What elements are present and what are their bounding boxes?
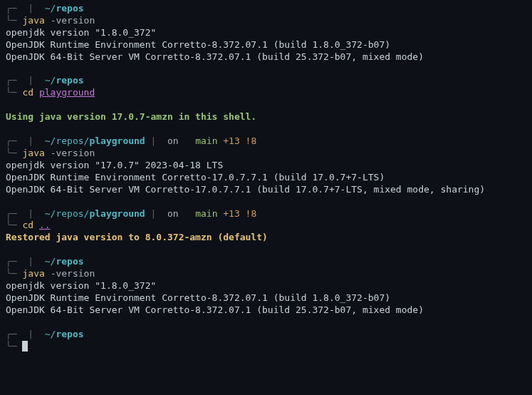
folder-icon: [39, 3, 45, 14]
output-line: openjdk version "17.0.7" 2023-04-18 LTS: [6, 160, 526, 172]
git-status: +13 !8: [217, 208, 256, 219]
pipe-sep: |: [145, 135, 162, 146]
pipe-sep: |: [22, 256, 38, 267]
terminal-block-1: ╭─ | ~/repos ╰─ java -version openjdk ve…: [6, 3, 526, 63]
prompt-cap-bot: ╰─: [6, 87, 17, 98]
sdkman-message-restore: Restored java version to 8.0.372-amzn (d…: [6, 232, 526, 244]
cmd-args: -version: [51, 148, 95, 158]
prompt-line-1-cmd[interactable]: ╰─ java -version: [6, 15, 526, 27]
prompt-line-5-cmd[interactable]: ╰─ java -version: [6, 268, 526, 280]
git-branch: main: [189, 135, 217, 146]
cmd-cd: cd: [22, 87, 33, 98]
prompt-line-4-cmd[interactable]: ╰─ cd ..: [6, 220, 526, 232]
prompt-cap-bot: ╰─: [6, 148, 17, 158]
prompt-cap-bot: ╰─: [6, 15, 17, 26]
path-leaf: playground: [89, 208, 145, 219]
prompt-cap-bot: ╰─: [6, 220, 17, 230]
folder-icon: [39, 208, 45, 219]
pipe-sep: |: [22, 329, 38, 339]
folder-icon: [39, 75, 45, 86]
output-line: OpenJDK Runtime Environment Corretto-8.3…: [6, 292, 526, 304]
prompt-cap-top: ╭─: [6, 329, 17, 339]
prompt-line-6-cmd[interactable]: ╰─: [6, 341, 526, 353]
prompt-cap-top: ╭─: [6, 135, 17, 146]
path-prefix: ~/repos/: [45, 135, 90, 146]
output-line: openjdk version "1.8.0_372": [6, 280, 526, 292]
prompt-cap-top: ╭─: [6, 3, 17, 14]
path-leaf: playground: [89, 135, 145, 146]
path-leaf: repos: [56, 256, 83, 267]
sdkman-message-enter: Using java version 17.0.7-amzn in this s…: [6, 111, 526, 123]
cmd-java: java: [22, 148, 44, 158]
terminal-block-4: ╭─ | ~/repos/playground | on main +13 !8…: [6, 208, 526, 232]
prompt-cap-top: ╭─: [6, 208, 17, 219]
pipe-sep: |: [22, 135, 38, 146]
terminal-block-3: ╭─ | ~/repos/playground | on main +13 !8…: [6, 135, 526, 195]
terminal-block-5: ╭─ | ~/repos ╰─ java -version openjdk ve…: [6, 256, 526, 316]
pipe-sep: |: [22, 208, 38, 219]
path-leaf: repos: [56, 3, 83, 14]
cmd-args: -version: [51, 268, 95, 279]
prompt-line-5-top: ╭─ | ~/repos: [6, 256, 526, 268]
path-leaf: repos: [56, 75, 83, 86]
pipe-sep: |: [22, 75, 38, 86]
path-tilde: ~/: [45, 3, 56, 14]
path-prefix: ~/repos/: [45, 208, 90, 219]
on-label: on: [162, 135, 184, 146]
cmd-args: -version: [51, 15, 95, 26]
terminal-block-active: ╭─ | ~/repos ╰─: [6, 329, 526, 353]
prompt-line-3-cmd[interactable]: ╰─ java -version: [6, 148, 526, 160]
cmd-java: java: [22, 268, 44, 279]
path-tilde: ~/: [45, 256, 56, 267]
prompt-cap-top: ╭─: [6, 75, 17, 86]
cd-target: ..: [39, 220, 51, 230]
prompt-line-6-top: ╭─ | ~/repos: [6, 329, 526, 341]
prompt-line-4-top: ╭─ | ~/repos/playground | on main +13 !8: [6, 208, 526, 220]
pipe-sep: |: [22, 3, 38, 14]
prompt-line-3-top: ╭─ | ~/repos/playground | on main +13 !8: [6, 135, 526, 148]
git-status: +13 !8: [217, 135, 256, 146]
folder-icon: [39, 329, 45, 339]
output-line: OpenJDK 64-Bit Server VM Corretto-8.372.…: [6, 51, 526, 63]
path-leaf: repos: [56, 329, 83, 339]
prompt-cap-bot: ╰─: [6, 341, 17, 352]
output-line: OpenJDK Runtime Environment Corretto-17.…: [6, 172, 526, 184]
output-line: OpenJDK 64-Bit Server VM Corretto-17.0.7…: [6, 184, 526, 196]
prompt-cap-top: ╭─: [6, 256, 17, 267]
path-tilde: ~/: [45, 75, 56, 86]
path-tilde: ~/: [45, 329, 56, 339]
cd-target: playground: [39, 87, 95, 98]
prompt-line-2-cmd[interactable]: ╰─ cd playground: [6, 87, 526, 99]
prompt-line-1-top: ╭─ | ~/repos: [6, 3, 526, 15]
on-label: on: [162, 208, 184, 219]
pipe-sep: |: [145, 208, 162, 219]
folder-icon: [39, 256, 45, 267]
cmd-java: java: [22, 15, 44, 26]
terminal-block-2: ╭─ | ~/repos ╰─ cd playground: [6, 75, 526, 99]
output-line: OpenJDK 64-Bit Server VM Corretto-8.372.…: [6, 304, 526, 317]
terminal-cursor[interactable]: [22, 341, 28, 352]
cmd-cd: cd: [22, 220, 33, 230]
git-branch: main: [189, 208, 217, 219]
output-line: openjdk version "1.8.0_372": [6, 27, 526, 39]
output-line: OpenJDK Runtime Environment Corretto-8.3…: [6, 39, 526, 51]
prompt-line-2-top: ╭─ | ~/repos: [6, 75, 526, 87]
prompt-cap-bot: ╰─: [6, 268, 17, 279]
folder-icon: [39, 135, 45, 146]
